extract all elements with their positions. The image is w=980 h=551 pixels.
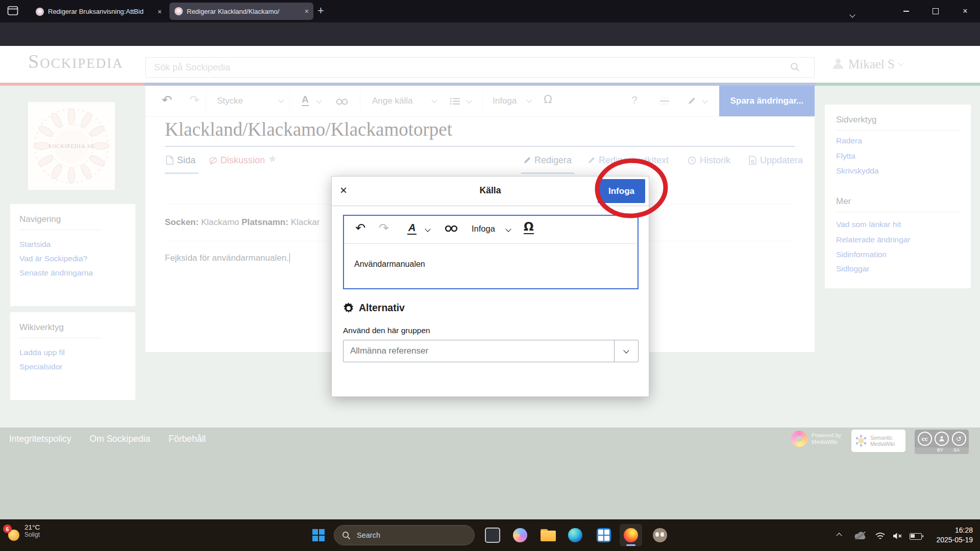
group-combobox[interactable]: Allmänna referenser	[343, 340, 639, 362]
gear-icon	[343, 303, 354, 314]
site-favicon	[36, 8, 44, 16]
windows-taskbar: 6 21°C Soligt Search	[0, 519, 980, 551]
text-style-button[interactable]: A	[407, 222, 416, 235]
list-all-tabs-icon[interactable]	[850, 10, 854, 19]
browser-chrome: Redigerar Bruksanvisning:AttBid × Redige…	[0, 0, 980, 46]
battery-icon[interactable]	[910, 533, 922, 540]
redo-icon[interactable]: ↷	[379, 221, 389, 235]
copilot-icon[interactable]	[509, 524, 531, 546]
clock-date: 2025-05-19	[936, 535, 973, 545]
taskbar-search-box[interactable]: Search	[334, 525, 475, 545]
new-tab-button[interactable]: +	[317, 4, 324, 17]
notification-badge: 6	[3, 524, 12, 533]
chevron-down-icon[interactable]	[505, 226, 511, 232]
wifi-icon[interactable]	[875, 532, 886, 540]
onedrive-paused-icon[interactable]	[853, 532, 867, 540]
site-favicon	[175, 7, 183, 15]
wiki-page: Sockipedia Mikael S	[0, 46, 980, 519]
tab-title: Redigerar Klackland/Klackamo/	[187, 8, 300, 15]
file-explorer-icon[interactable]	[537, 524, 559, 546]
gimp-icon[interactable]	[649, 524, 671, 546]
browser-tab-2-active[interactable]: Redigerar Klackland/Klackamo/ ×	[169, 3, 313, 20]
tab-title: Redigerar Bruksanvisning:AttBid	[48, 8, 153, 15]
edge-icon[interactable]	[564, 524, 586, 546]
task-view-icon[interactable]	[481, 524, 504, 546]
reference-editor-frame: ↶ ↷ A Infoga Ω Användarmanualen	[343, 215, 639, 289]
undo-icon[interactable]: ↶	[355, 221, 365, 235]
insert-dropdown[interactable]: Infoga	[472, 224, 495, 234]
windows-start-icon[interactable]	[312, 529, 325, 541]
clock-time: 16:28	[936, 525, 973, 535]
special-character-button[interactable]: Ω	[524, 220, 534, 234]
group-label: Använd den här gruppen	[343, 326, 430, 335]
tab-close-icon[interactable]: ×	[305, 7, 309, 15]
tray-chevron-up-icon[interactable]	[837, 534, 841, 538]
microsoft-store-icon[interactable]	[593, 524, 615, 546]
search-icon	[342, 531, 351, 540]
options-heading: Alternativ	[359, 302, 405, 314]
window-close-button[interactable]: ×	[950, 0, 980, 22]
browser-toolbar: ← → ↻ sockipedia.se/w/index.php?title=Kl…	[0, 22, 980, 46]
chevron-down-icon[interactable]	[425, 226, 430, 232]
weather-widget[interactable]: 6 21°C Soligt	[5, 523, 40, 542]
combobox-dropdown-button[interactable]	[614, 340, 638, 362]
tray-clock[interactable]: 16:28 2025-05-19	[936, 525, 973, 545]
firefox-view-icon[interactable]	[7, 6, 18, 18]
reference-content-text[interactable]: Användarmanualen	[354, 260, 425, 269]
link-icon[interactable]	[444, 225, 458, 234]
options-heading-row: Alternativ	[343, 302, 405, 314]
firefox-icon-active[interactable]	[620, 524, 642, 546]
tab-bar: Redigerar Bruksanvisning:AttBid × Redige…	[0, 0, 980, 22]
active-app-indicator	[626, 544, 635, 546]
group-value: Allmänna referenser	[350, 346, 428, 356]
screen: Redigerar Bruksanvisning:AttBid × Redige…	[0, 0, 980, 551]
search-label: Search	[357, 531, 380, 539]
window-minimize-button[interactable]	[891, 0, 921, 22]
weather-temp: 21°C	[24, 523, 40, 531]
tab-close-icon[interactable]: ×	[158, 8, 162, 16]
window-maximize-button[interactable]	[921, 0, 950, 22]
annotation-circle	[591, 155, 672, 221]
browser-tab-1[interactable]: Redigerar Bruksanvisning:AttBid ×	[31, 3, 166, 20]
volume-muted-icon[interactable]	[892, 532, 903, 540]
weather-desc: Soligt	[24, 531, 40, 538]
